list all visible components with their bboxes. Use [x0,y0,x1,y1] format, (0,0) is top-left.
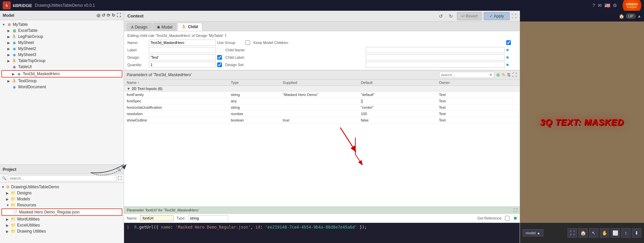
param-type-label: Type: [176,216,185,220]
scroll-up-icon[interactable]: ▲ [637,14,641,18]
name-label: Name: [127,41,148,45]
tab-child[interactable]: ⛹ Child [177,23,202,31]
home-icon[interactable]: 🏠 [619,14,624,19]
design-set-icon[interactable]: ■ [506,62,516,67]
quantity-input[interactable] [149,62,216,68]
child-label-icon[interactable]: ■ [506,55,516,60]
child-label-input[interactable] [366,54,505,60]
model-icon-5[interactable]: ⛶ [117,13,121,18]
flag-icon[interactable]: 🇺🇸 [604,3,610,8]
design-checkbox[interactable] [217,55,222,60]
params-expand-icon[interactable]: ⛶ [512,72,517,78]
model-icon-3[interactable]: ⟳ [107,13,110,18]
section-arrow[interactable]: ▼ [127,87,130,91]
tree-label-mysheet: MySheet [18,40,34,45]
model-toggle-button[interactable]: model ▲ [523,229,543,237]
model-btn-label: model ▲ [526,231,540,235]
up-button[interactable]: UP [626,13,636,19]
mail-icon[interactable]: ✉ [598,3,602,8]
param-supplied-fontfamily: "Masked Hero Demo" [283,93,361,97]
folder-icon-excelutils: 📁 [11,223,16,228]
right-bottom-toolbar: model ▲ ⛶ 🏠 ↖ ✋ ⬜ ↕ ⬇ [520,223,644,243]
param-editor-header: Parameter 'fontUrl' for 'Text3d_MaskedHe… [124,207,520,214]
tree-item-legpairgroup[interactable]: ▶ ⛹ LegPairGroup [0,34,124,40]
design-set-input[interactable] [366,62,505,68]
child-name-input[interactable] [366,47,505,53]
project-search-input[interactable] [8,175,116,181]
params-title: Parameters of 'Text3d_MaskedHero' [127,72,192,77]
tool-pan[interactable]: ✋ [600,228,609,238]
group-icon-1: ⛹ [12,34,17,39]
3d-preview: 3Q TEXT: MASKED [520,21,644,223]
maximize-button[interactable]: ⛶ [512,13,516,19]
tree-item-textgroup[interactable]: ▶ ⛹ TextGroup [0,78,124,84]
get-reference-label: Get Reference: [477,216,503,220]
tool-frame[interactable]: ⬜ [610,228,620,238]
tree-item-mysheet2[interactable]: ▶ ◉ MySheet2 [0,46,124,52]
params-sort-icon[interactable]: ⇅ [507,72,511,78]
name-input[interactable] [149,40,216,46]
param-editor-expand[interactable]: ⛶ [513,208,517,212]
tree-item-worddoc[interactable]: ◉ WordDocument [0,84,124,90]
design-input[interactable] [149,54,216,60]
param-row-fontfamily[interactable]: fontFamily string "Masked Hero Demo" "de… [124,92,520,98]
get-reference-checkbox[interactable] [505,216,510,221]
tree-item-mytable[interactable]: ▼ ⊞ MyTable [0,21,124,28]
project-item-root[interactable]: ▼ ⚙ DrawingUtilitiesTableDemo [0,184,124,190]
project-item-wordutils[interactable]: ▶ 📁 WordUtilities [0,216,124,222]
params-edit-icon[interactable]: ✎ [502,72,506,78]
tree-item-mysheet3[interactable]: ▶ ◉ MySheet3 [0,52,124,58]
params-search-input[interactable] [441,73,488,77]
use-group-checkbox[interactable] [245,40,250,45]
project-item-models[interactable]: ▶ 📁 Models [0,196,124,202]
project-item-excelutils[interactable]: ▶ 📁 ExcelUtilities [0,222,124,228]
param-name-field[interactable] [140,215,174,221]
project-item-maskedhero[interactable]: 📄 Masked Hero Demo_Regular.json [1,208,122,216]
param-type-showoutline: boolean [231,118,283,122]
label-input[interactable] [149,47,216,53]
param-row-showoutline[interactable]: showOutline boolean true: false Text [124,117,520,124]
quantity-checkbox[interactable] [217,62,222,67]
params-add-icon[interactable]: ⊕ [496,72,500,78]
tool-home[interactable]: 🏠 [578,228,588,238]
param-default-hjustification: "center" [361,105,439,109]
settings-icon[interactable]: ⚙ [613,3,617,8]
tree-item-tabletopgroup[interactable]: ▶ ⛹ TableTopGroup [0,58,124,64]
param-row-resolution[interactable]: resolution number 100 Text [124,111,520,117]
model-icon-2[interactable]: ↺ [102,13,105,18]
model-icon-4[interactable]: ↻ [112,13,115,18]
child-name-icon[interactable]: ■ [506,48,516,52]
tree-item-text3d[interactable]: ▶ ◉ Text3d_MaskedHero [1,70,122,78]
folder-icon-models: 📁 [11,197,16,201]
project-item-resources[interactable]: ▼ 📁 Resources [0,202,124,208]
project-item-designs[interactable]: ▶ 📁 Designs [0,190,124,196]
params-search-clear[interactable]: ✕ [489,72,492,77]
design-label: Design: [127,55,148,59]
model-icon-1[interactable]: ◎ [97,13,100,18]
param-type-field[interactable] [188,215,228,221]
param-row-hjustification[interactable]: horizontalJustification string "center" … [124,104,520,111]
keep-children-checkbox[interactable] [506,40,511,45]
model-tree: ▼ ⊞ MyTable ▶ ▦ ExcelTable ▶ ⛹ LegPairGr… [0,20,124,164]
tab-model[interactable]: ◉ Model [153,23,177,31]
tool-move[interactable]: ↕ [621,228,631,238]
tree-item-exceltable[interactable]: ▶ ▦ ExcelTable [0,28,124,34]
redo-button[interactable]: ↻ [447,12,455,20]
param-row-fontspec[interactable]: fontSpec any [] Text [124,98,520,104]
help-icon[interactable]: ? [592,3,595,8]
tree-item-mysheet[interactable]: ▶ ◉ MySheet [0,40,124,46]
right-nav-bar: 🏠 UP ▲ [520,11,644,21]
tool-expand[interactable]: ⛶ [568,228,577,238]
param-editor-icon[interactable]: ■ [514,215,517,221]
param-supplied-fontspec [283,99,361,103]
tree-item-tableui[interactable]: ◉ TableUI [0,64,124,70]
revert-button[interactable]: ↩ Revert [457,12,482,20]
param-editor-title: Parameter 'fontUrl' for 'Text3d_MaskedHe… [127,208,199,212]
undo-button[interactable]: ↺ [437,12,445,20]
tool-cursor[interactable]: ↖ [589,228,598,238]
project-item-drawingutils[interactable]: ▶ 📁 Drawing Utilities [0,228,124,234]
project-expand-icon[interactable]: ⛶ [118,176,122,181]
tool-download[interactable]: ⬇ [632,228,641,238]
apply-button[interactable]: ✓ Apply [484,12,510,20]
tab-design[interactable]: A Design [127,23,152,31]
